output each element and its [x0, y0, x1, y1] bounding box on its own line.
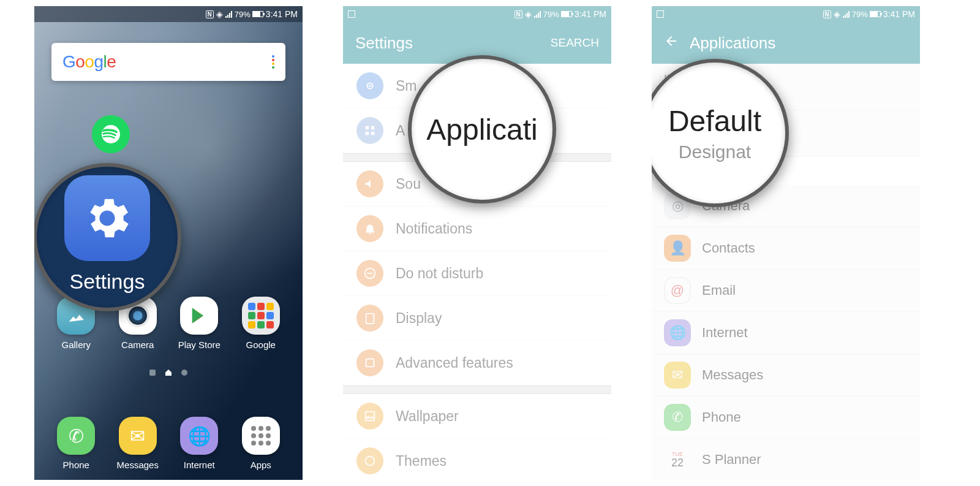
- settings-item-label: Do not disturb: [396, 265, 483, 282]
- app-row-label: Email: [702, 283, 736, 298]
- s-planner-icon: TUE22: [664, 446, 691, 473]
- apps-drawer[interactable]: Apps: [235, 417, 287, 470]
- applications-title: Applications: [690, 34, 775, 53]
- signal-icon: [225, 10, 232, 18]
- app-row-contacts[interactable]: 👤Contacts: [652, 227, 920, 270]
- svg-rect-5: [371, 132, 375, 135]
- messages-icon: ✉: [119, 417, 157, 455]
- zoom-subtext: Designat: [679, 142, 751, 162]
- apps-icon: [242, 417, 280, 455]
- internet-icon: 🌐: [180, 417, 218, 455]
- settings-item-label: Sm: [396, 78, 417, 94]
- settings-item-wallpaper[interactable]: Wallpaper: [343, 394, 611, 439]
- app-row-label: Phone: [702, 409, 741, 425]
- settings-item-notifications[interactable]: Notifications: [343, 207, 611, 251]
- apps-label: Apps: [251, 460, 271, 470]
- google-search-bar[interactable]: Google: [51, 43, 285, 81]
- battery-indicator: 79%: [235, 10, 263, 19]
- svg-point-11: [366, 457, 375, 466]
- gallery-label: Gallery: [61, 340, 91, 350]
- play-store-app[interactable]: Play Store: [173, 297, 225, 350]
- phone-label: Phone: [63, 460, 89, 470]
- phone-icon: ✆: [664, 404, 691, 431]
- themes-icon: [356, 447, 383, 474]
- search-button[interactable]: SEARCH: [551, 36, 599, 50]
- clock: 3:41 PM: [575, 9, 606, 19]
- smart-icon: [356, 72, 383, 99]
- wifi-icon: ◈: [525, 9, 532, 19]
- wallpaper-icon: [356, 403, 383, 430]
- screenshot-icon: [657, 10, 664, 18]
- app-row-label: Messages: [702, 367, 763, 383]
- page-indicator[interactable]: [34, 370, 303, 376]
- wifi-icon: ◈: [834, 9, 840, 19]
- display-icon: [356, 305, 383, 332]
- settings-zoom-callout: Settings: [34, 163, 181, 311]
- back-button[interactable]: [664, 34, 679, 53]
- google-folder[interactable]: Google: [235, 297, 287, 350]
- email-icon: @: [664, 277, 691, 304]
- signal-icon: [843, 10, 850, 18]
- messages-label: Messages: [117, 460, 159, 470]
- google-folder-label: Google: [246, 340, 276, 350]
- wifi-icon: ◈: [216, 9, 223, 19]
- app-row-internet[interactable]: 🌐Internet: [652, 312, 920, 354]
- settings-item-display[interactable]: Display: [343, 296, 611, 341]
- svg-rect-10: [366, 412, 375, 421]
- settings-zoom-label: Settings: [70, 270, 145, 294]
- messages-icon: ✉: [664, 362, 691, 389]
- section-divider: [343, 385, 611, 394]
- zoom-text: Applicati: [426, 113, 537, 146]
- sound-icon: [356, 170, 383, 197]
- settings-item-label: Wallpaper: [396, 408, 459, 425]
- nfc-icon: N: [823, 10, 831, 18]
- applications-header: Applications: [652, 22, 920, 64]
- app-row-label: Contacts: [702, 240, 755, 256]
- dnd-icon: [356, 260, 383, 287]
- signal-icon: [534, 10, 541, 18]
- spotify-app-icon[interactable]: [92, 115, 130, 153]
- svg-rect-7: [367, 273, 372, 274]
- phone-icon: ✆: [57, 417, 95, 455]
- google-logo: Google: [62, 52, 116, 72]
- nfc-icon: N: [514, 10, 522, 18]
- app-row: Gallery Camera Play Store: [34, 297, 303, 350]
- play-store-label: Play Store: [178, 340, 221, 350]
- settings-item-advanced[interactable]: Advanced features: [343, 341, 611, 385]
- spotify-icon: [100, 123, 122, 145]
- screenshot-icon: [348, 10, 355, 18]
- battery-indicator: 79%: [543, 10, 572, 19]
- nfc-icon: N: [206, 10, 214, 18]
- svg-rect-4: [366, 132, 369, 135]
- zoom-text: Default: [668, 104, 761, 138]
- voice-search-icon[interactable]: [272, 55, 274, 69]
- svg-rect-3: [371, 126, 375, 130]
- play-store-icon: [180, 297, 218, 335]
- battery-indicator: 79%: [852, 10, 881, 19]
- clock: 3:41 PM: [883, 9, 915, 19]
- internet-app[interactable]: 🌐 Internet: [173, 417, 225, 470]
- messages-app[interactable]: ✉ Messages: [112, 417, 164, 470]
- clock: 3:41 PM: [266, 9, 298, 19]
- apps-grid-icon: [356, 117, 383, 144]
- phone-app[interactable]: ✆ Phone: [50, 417, 102, 470]
- settings-item-dnd[interactable]: Do not disturb: [343, 251, 611, 296]
- phone-home-screen: N ◈ 79% 3:41 PM Google Gallery: [34, 6, 303, 480]
- settings-item-themes[interactable]: Themes: [343, 439, 611, 480]
- applications-zoom-callout: Applicati: [408, 55, 556, 203]
- app-row-phone[interactable]: ✆Phone: [652, 397, 920, 439]
- phone-applications-screen: N ◈ 79% 3:41 PM Applications lication ma…: [652, 6, 920, 480]
- svg-rect-9: [366, 359, 374, 367]
- app-row-email[interactable]: @Email: [652, 270, 920, 312]
- status-bar: N ◈ 79% 3:41 PM: [343, 6, 611, 22]
- contacts-icon: 👤: [664, 235, 691, 262]
- settings-item-label: Notifications: [396, 221, 472, 237]
- app-row-messages[interactable]: ✉Messages: [652, 354, 920, 397]
- app-row-s-planner[interactable]: TUE22S Planner: [652, 439, 920, 480]
- gear-icon: [81, 192, 134, 245]
- camera-label: Camera: [121, 340, 154, 350]
- dock: ✆ Phone ✉ Messages 🌐 Internet: [34, 417, 303, 470]
- settings-item-label: Themes: [396, 453, 447, 469]
- settings-app-icon[interactable]: [64, 175, 150, 261]
- google-folder-icon: [242, 297, 280, 335]
